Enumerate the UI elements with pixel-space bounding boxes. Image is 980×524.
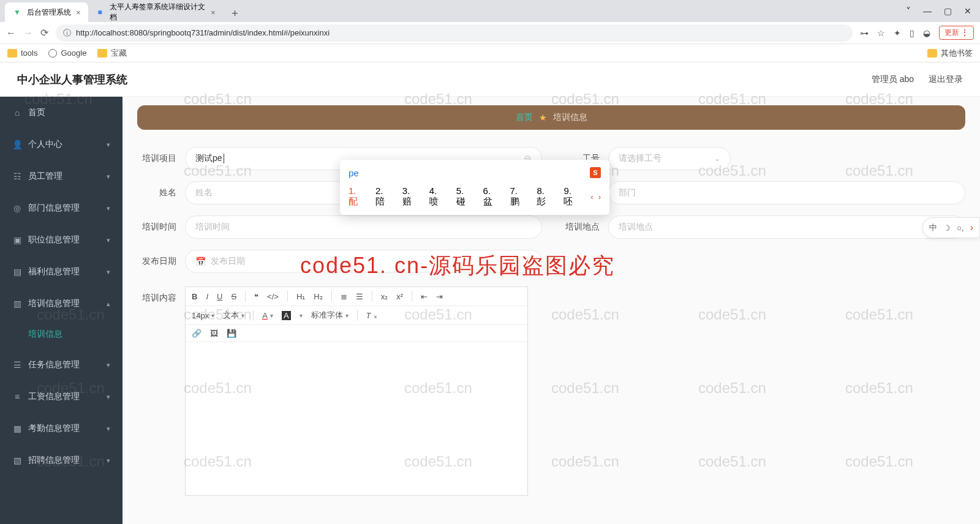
browser-tab-active[interactable]: ▼ 后台管理系统 × (5, 2, 88, 22)
admin-label[interactable]: 管理员 abo (872, 74, 914, 85)
new-tab-button[interactable]: + (227, 5, 244, 22)
outdent-icon[interactable]: ⇥ (436, 292, 443, 301)
publish-date-input[interactable]: 📅发布日期 (185, 250, 542, 273)
sidebar-item-dept[interactable]: ◎部门信息管理▾ (0, 192, 123, 224)
indent-icon[interactable]: ⇤ (421, 292, 428, 301)
ime-candidate[interactable]: 9.呸 (564, 185, 579, 208)
ime-candidate[interactable]: 8.彭 (537, 185, 552, 208)
ime-candidate[interactable]: 4.喷 (429, 185, 445, 208)
chevron-down-icon: ▾ (107, 457, 110, 465)
font-family-select[interactable]: 文本 ▾ (223, 310, 244, 321)
time-input[interactable]: 培训时间 (185, 215, 542, 239)
sidebar-item-training[interactable]: ▥培训信息管理▴ (0, 288, 123, 320)
dept-input[interactable]: 部门 (608, 181, 965, 204)
sidebar-item-staff[interactable]: ☷员工管理▾ (0, 160, 123, 192)
h2-icon[interactable]: H₂ (314, 292, 322, 301)
italic-icon[interactable]: I (206, 292, 208, 301)
reader-icon[interactable]: ▯ (910, 28, 914, 38)
window-controls: ˅ — ▢ ✕ (906, 0, 980, 22)
sidebar-item-tasks[interactable]: ☰任务信息管理▾ (0, 349, 123, 381)
font-color-icon[interactable]: A ▾ (262, 311, 273, 320)
sidebar-item-attendance[interactable]: ▦考勤信息管理▾ (0, 413, 123, 444)
sidebar-item-profile[interactable]: 👤个人中心▾ (0, 129, 123, 160)
chevron-down-icon: ▾ (107, 204, 110, 212)
field-time: 培训时间 培训时间 (137, 215, 542, 239)
close-window-icon[interactable]: ✕ (964, 6, 971, 16)
link-icon[interactable]: 🔗 (192, 329, 202, 338)
info-icon: ⓘ (63, 28, 71, 39)
url-field[interactable]: ⓘ http://localhost:8080/springbootq731f/… (56, 24, 853, 42)
address-bar: ← → ⟳ ⓘ http://localhost:8080/springboot… (0, 22, 980, 44)
ime-status-widget[interactable]: 中 ☽ ○, › (922, 217, 980, 238)
sidebar-item-home[interactable]: ⌂首页 (0, 97, 123, 129)
breadcrumb: 首页 ★ 培训信息 (137, 105, 965, 130)
star-icon: ★ (539, 113, 547, 122)
strike-icon[interactable]: S (231, 292, 236, 301)
book-icon: ▥ (12, 299, 22, 309)
sub-icon[interactable]: x₂ (381, 292, 388, 301)
sidebar-subitem-training-info[interactable]: 培训信息 (0, 320, 123, 349)
quote-icon[interactable]: ❝ (254, 292, 258, 301)
place-input[interactable]: 培训地点 (608, 215, 965, 239)
ime-input-text: pe (349, 168, 359, 178)
close-icon[interactable]: × (211, 8, 216, 17)
sidebar-item-recruit[interactable]: ▧招聘信息管理▾ (0, 444, 123, 476)
extension-icon[interactable]: ✦ (894, 28, 901, 38)
ime-next[interactable]: › (598, 192, 601, 201)
empid-select[interactable]: 请选择工号⌄ (608, 147, 731, 170)
clear-format-icon[interactable]: Tₓ (366, 311, 377, 320)
highlight-icon[interactable]: A (282, 311, 291, 320)
close-icon[interactable]: × (76, 8, 81, 17)
browser-tab[interactable]: ■ 太平人寿签章系统详细设计文档 × (88, 2, 223, 22)
ime-candidate[interactable]: 3.赔 (402, 185, 418, 208)
ime-prev[interactable]: ‹ (590, 192, 593, 201)
bookmark-treasure[interactable]: 宝藏 (97, 48, 127, 59)
ime-candidate[interactable]: 5.碰 (456, 185, 472, 208)
bold-icon[interactable]: B (192, 292, 197, 301)
bookmark-tools[interactable]: tools (7, 48, 37, 58)
breadcrumb-home[interactable]: 首页 (516, 112, 533, 123)
font-size-select[interactable]: 14px ▾ (192, 311, 214, 320)
reload-button[interactable]: ⟳ (40, 27, 48, 39)
list-ul-icon[interactable]: ☰ (356, 292, 363, 301)
folder-icon (927, 49, 937, 58)
code-icon[interactable]: </> (267, 292, 279, 301)
ime-candidate[interactable]: 6.盆 (483, 185, 499, 208)
globe-icon (48, 49, 57, 58)
star-icon[interactable]: ☆ (877, 28, 885, 38)
back-button[interactable]: ← (6, 28, 16, 39)
user-icon: 👤 (12, 140, 22, 149)
field-place: 培训地点 培训地点 (560, 215, 965, 239)
editor-body[interactable] (186, 342, 527, 495)
ime-candidate[interactable]: 1.配 (349, 185, 364, 208)
bookmark-google[interactable]: Google (48, 48, 86, 58)
gift-icon: ▤ (12, 267, 22, 277)
chevron-up-icon: ▴ (107, 300, 110, 308)
chevron-down-icon: ▾ (107, 425, 110, 433)
ime-candidate[interactable]: 7.鹏 (510, 185, 526, 208)
logout-button[interactable]: 退出登录 (929, 74, 963, 85)
chevron-down-icon[interactable]: ˅ (906, 6, 911, 17)
sidebar-item-position[interactable]: ▣职位信息管理▾ (0, 224, 123, 256)
forward-button[interactable]: → (23, 28, 33, 39)
chevron-right-icon[interactable]: › (970, 222, 973, 233)
sup-icon[interactable]: x² (396, 292, 403, 301)
key-icon[interactable]: ⊶ (860, 28, 869, 38)
underline-icon[interactable]: U (217, 292, 222, 301)
bookmarks-bar: tools Google 宝藏 其他书签 (0, 44, 980, 62)
moon-icon[interactable]: ☽ (943, 223, 951, 233)
save-icon[interactable]: 💾 (227, 329, 236, 338)
sidebar-item-welfare[interactable]: ▤福利信息管理▾ (0, 256, 123, 288)
sidebar-item-salary[interactable]: ≡工资信息管理▾ (0, 381, 123, 413)
maximize-icon[interactable]: ▢ (944, 6, 952, 16)
h1-icon[interactable]: H₁ (296, 292, 305, 301)
image-icon[interactable]: 🖼 (210, 329, 218, 338)
list-ol-icon[interactable]: ≣ (341, 292, 347, 301)
profile-icon[interactable]: ◒ (923, 28, 930, 38)
tab-title: 太平人寿签章系统详细设计文档 (110, 2, 206, 23)
font-std-select[interactable]: 标准字体 ▾ (311, 310, 349, 321)
other-bookmarks[interactable]: 其他书签 (927, 48, 973, 59)
ime-candidate[interactable]: 2.陪 (375, 185, 391, 208)
minimize-icon[interactable]: — (923, 6, 932, 16)
update-pill[interactable]: 更新 ⋮ (939, 26, 974, 40)
